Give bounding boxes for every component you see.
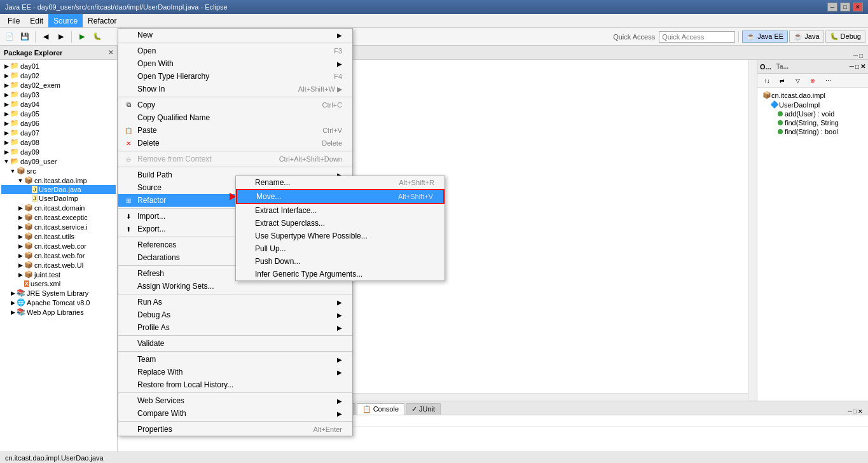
tree-day03[interactable]: ▶📁day03 — [1, 90, 116, 99]
refactor-extract-interface[interactable]: Extract Interface... — [236, 204, 444, 217]
perspective-debug[interactable]: 🐛 Debug — [825, 31, 865, 43]
tree-day08[interactable]: ▶📁day08 — [1, 137, 116, 147]
outline-maximize[interactable]: □ — [855, 63, 859, 70]
perspective-java[interactable]: ☕ Java — [789, 31, 823, 43]
ctx-web-services[interactable]: Web Services ▶ — [118, 394, 352, 407]
outline-btn3[interactable]: ▽ — [790, 74, 804, 88]
ctx-open-with[interactable]: Open With ▶ — [118, 57, 352, 70]
menu-source[interactable]: Source — [48, 14, 83, 27]
minimize-button[interactable]: ─ — [827, 3, 837, 11]
refactor-use-supertype[interactable]: Use Supertype Where Possible... — [236, 230, 444, 242]
tab-console[interactable]: 📋 Console — [357, 403, 404, 415]
ctx-assign-working-sets[interactable]: Assign Working Sets... — [118, 280, 352, 293]
close-button[interactable]: ✕ — [853, 3, 863, 11]
ctx-compare-with[interactable]: Compare With ▶ — [118, 407, 352, 420]
bottom-minimize-btn[interactable]: ─ — [848, 408, 851, 415]
ctx-debug-as[interactable]: Debug As ▶ — [118, 308, 352, 321]
bottom-maximize-btn[interactable]: □ — [853, 408, 857, 415]
ctx-open[interactable]: Open F3 — [118, 45, 352, 57]
forward-button[interactable]: ▶ — [54, 30, 68, 44]
tree-day02[interactable]: ▶📁day02 — [1, 71, 116, 80]
tree-jre[interactable]: ▶📚JRE System Library — [1, 288, 116, 298]
outline-header: O... Ta... ─ □ ✕ — [757, 60, 868, 74]
maximize-editor-btn[interactable]: □ — [859, 52, 863, 59]
refactor-extract-superclass[interactable]: Extract Superclass... — [236, 217, 444, 230]
outline-item-class[interactable]: 🔷 UserDaoImpl — [760, 100, 865, 109]
outline-item-find1[interactable]: find(String, String — [760, 118, 865, 127]
refactor-pull-up[interactable]: Pull Up... — [236, 242, 444, 255]
outline-close[interactable]: ✕ — [860, 63, 865, 70]
run-button[interactable]: ▶ — [75, 30, 89, 44]
ctx-delete[interactable]: ✕ Delete Delete — [118, 137, 352, 149]
tree-usersxml[interactable]: Xusers.xml — [1, 279, 116, 288]
bottom-close-btn[interactable]: ✕ — [858, 408, 863, 415]
tree-day01[interactable]: ▶📁day01 — [1, 61, 116, 71]
refactor-infer-generic[interactable]: Infer Generic Type Arguments... — [236, 268, 444, 280]
menu-refactor[interactable]: Refactor — [83, 14, 121, 27]
new-button[interactable]: 📄 — [3, 30, 17, 44]
tree-day07[interactable]: ▶📁day07 — [1, 128, 116, 137]
outline-item-pkg[interactable]: 📦 cn.itcast.dao.impl — [760, 90, 865, 100]
tree-pkg-exception[interactable]: ▶📦cn.itcast.exceptic — [1, 212, 116, 222]
ctx-copy-qualified[interactable]: Copy Qualified Name — [118, 111, 352, 124]
tree-day06[interactable]: ▶📁day06 — [1, 118, 116, 128]
ctx-copy-shortcut: Ctrl+C — [322, 101, 342, 109]
ctx-replace-with[interactable]: Replace With ▶ — [118, 366, 352, 378]
tree-pkg-junit[interactable]: ▶📦juint.test — [1, 270, 116, 279]
tree-userdaoimpl[interactable]: JUserDaoImp — [1, 194, 116, 203]
tab-junit[interactable]: ✓ JUnit — [406, 403, 441, 415]
outline-btn1[interactable]: ↑↓ — [760, 74, 774, 88]
tree-day09user[interactable]: ▼📂day09_user — [1, 156, 116, 166]
quick-access-input[interactable] — [659, 31, 735, 43]
ctx-team[interactable]: Team ▶ — [118, 353, 352, 366]
tree-pkg-service[interactable]: ▶📦cn.itcast.service.i — [1, 222, 116, 232]
tree-pkg-webui[interactable]: ▶📦cn.itcast.web.UI — [1, 260, 116, 270]
toolbar-sep-2 — [71, 31, 72, 43]
save-button[interactable]: 💾 — [18, 30, 32, 44]
tree-tomcat[interactable]: ▶🌐Apache Tomcat v8.0 — [1, 298, 116, 307]
minimize-editor-btn[interactable]: ─ — [853, 52, 858, 59]
ctx-open-type[interactable]: Open Type Hierarchy F4 — [118, 70, 352, 83]
ctx-show-in[interactable]: Show In Alt+Shift+W ▶ — [118, 83, 352, 95]
tree-src[interactable]: ▼📦src — [1, 166, 116, 176]
tree-pkg-domain[interactable]: ▶📦cn.itcast.domain — [1, 203, 116, 212]
tree-pkg-utils[interactable]: ▶📦cn.itcast.utils — [1, 232, 116, 241]
perspective-javaee[interactable]: ☕ Java EE — [742, 31, 788, 43]
tree-userdao[interactable]: JUserDao.java — [1, 185, 116, 194]
ctx-validate[interactable]: Validate — [118, 337, 352, 350]
menu-edit[interactable]: Edit — [25, 14, 48, 27]
tree-pkg-webfor[interactable]: ▶📦cn.itcast.web.for — [1, 251, 116, 260]
editor-scrollbar[interactable] — [748, 60, 757, 401]
menu-file[interactable]: File — [3, 14, 25, 27]
xml-icon-usersxml: X — [24, 280, 29, 287]
ctx-remove-context[interactable]: ⊖ Remove from Context Ctrl+Alt+Shift+Dow… — [118, 153, 352, 165]
refactor-rename[interactable]: Rename... Alt+Shift+R — [236, 176, 444, 189]
outline-tab2[interactable]: Ta... — [776, 63, 789, 70]
ctx-run-as[interactable]: Run As ▶ — [118, 296, 352, 308]
pkg-explorer-close[interactable]: ✕ — [108, 49, 113, 56]
ctx-properties[interactable]: Properties Alt+Enter — [118, 423, 352, 436]
ctx-restore-local[interactable]: Restore from Local History... — [118, 378, 352, 391]
outline-btn2[interactable]: ⇄ — [775, 74, 789, 88]
outline-btn4[interactable]: ⊗ — [806, 74, 820, 88]
tree-webapp[interactable]: ▶📚Web App Libraries — [1, 307, 116, 317]
tree-pkg-dao[interactable]: ▼📦cn.itcast.dao.imp — [1, 176, 116, 185]
debug-button[interactable]: 🐛 — [90, 30, 104, 44]
ctx-new[interactable]: New ▶ — [118, 29, 352, 41]
refactor-push-down[interactable]: Push Down... — [236, 255, 444, 268]
outline-btn5[interactable]: ⋯ — [821, 74, 835, 88]
tree-day05[interactable]: ▶📁day05 — [1, 109, 116, 118]
restore-button[interactable]: □ — [840, 3, 850, 11]
ctx-paste[interactable]: 📋 Paste Ctrl+V — [118, 124, 352, 137]
refactor-move[interactable]: Move... Alt+Shift+V — [236, 189, 444, 204]
ctx-profile-as[interactable]: Profile As ▶ — [118, 321, 352, 334]
tree-day02exem[interactable]: ▶📁day02_exem — [1, 80, 116, 90]
ctx-copy[interactable]: ⧉ Copy Ctrl+C — [118, 99, 352, 111]
tree-day04[interactable]: ▶📁day04 — [1, 99, 116, 109]
outline-item-find2[interactable]: find(String) : bool — [760, 127, 865, 136]
back-button[interactable]: ◀ — [39, 30, 53, 44]
outline-minimize[interactable]: ─ — [850, 63, 854, 70]
tree-pkg-webcor[interactable]: ▶📦cn.itcast.web.cor — [1, 241, 116, 251]
tree-day09[interactable]: ▶📁day09 — [1, 147, 116, 156]
outline-item-add[interactable]: add(User) : void — [760, 109, 865, 118]
